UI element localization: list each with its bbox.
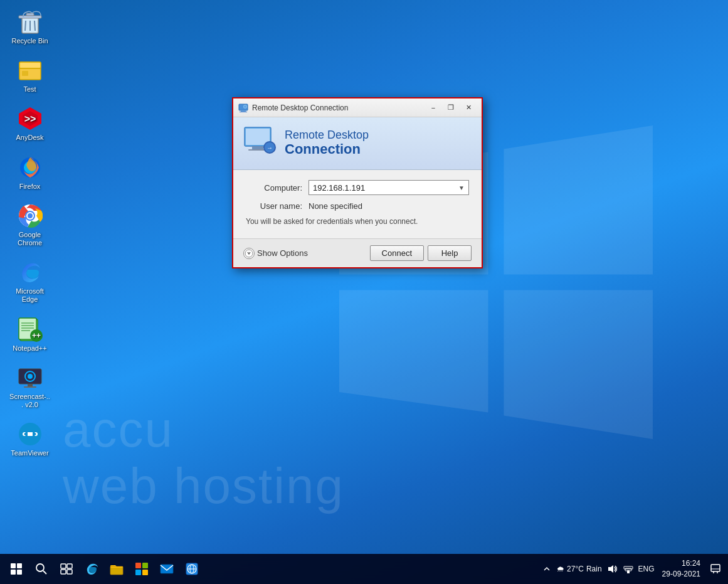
rdp-titlebar-icon bbox=[238, 103, 248, 113]
taskbar-file-explorer-button[interactable] bbox=[105, 558, 128, 580]
taskbar-task-view-button[interactable] bbox=[55, 558, 78, 580]
weather-icon: 🌧 bbox=[557, 565, 564, 573]
tray-language-button[interactable]: ENG bbox=[638, 565, 655, 573]
edge-icon bbox=[18, 260, 43, 285]
edge-label: Microsoft Edge bbox=[9, 287, 50, 304]
desktop-icon-firefox[interactable]: Firefox bbox=[6, 152, 53, 194]
svg-rect-1 bbox=[19, 16, 41, 18]
rdp-body: Computer: 192.168.1.191 ▼ User name: Non… bbox=[233, 170, 482, 238]
screencast-label: Screencast-... v2.0 bbox=[9, 393, 50, 409]
rdp-titlebar[interactable]: Remote Desktop Connection − ❐ ✕ bbox=[233, 98, 482, 117]
svg-rect-30 bbox=[28, 384, 33, 386]
taskbar: 🌧 27°C Rain ENG bbox=[0, 554, 728, 584]
tray-network-icon[interactable] bbox=[622, 563, 635, 575]
rdp-restore-button[interactable]: ❐ bbox=[443, 102, 459, 114]
svg-point-49 bbox=[36, 564, 44, 571]
svg-rect-54 bbox=[67, 570, 72, 574]
username-value: None specified bbox=[309, 201, 362, 211]
anydesk-icon: >> bbox=[18, 106, 43, 131]
help-button[interactable]: Help bbox=[428, 245, 472, 261]
desktop-icon-notepadpp[interactable]: ++ Notepad++ bbox=[6, 314, 53, 356]
rdp-username-row: User name: None specified bbox=[246, 201, 469, 211]
show-options-icon bbox=[243, 248, 255, 259]
taskbar-edge-button[interactable] bbox=[80, 558, 103, 580]
system-tray: 🌧 27°C Rain ENG bbox=[541, 557, 723, 581]
start-button[interactable] bbox=[5, 558, 28, 580]
svg-line-3 bbox=[25, 21, 26, 31]
rdp-titlebar-title: Remote Desktop Connection bbox=[252, 104, 425, 112]
show-options-label: Show Options bbox=[257, 248, 308, 258]
svg-point-40 bbox=[244, 105, 246, 108]
svg-rect-60 bbox=[142, 570, 148, 575]
weather-temp: 27°C bbox=[567, 565, 584, 573]
taskbar-network-button[interactable] bbox=[181, 558, 203, 580]
tray-volume-icon[interactable] bbox=[606, 563, 618, 575]
firefox-label: Firefox bbox=[19, 183, 41, 191]
rdp-header: → Remote Desktop Connection bbox=[233, 117, 482, 170]
windows-logo-icon bbox=[11, 563, 22, 575]
svg-rect-70 bbox=[711, 565, 720, 571]
rdp-footer: Show Options Connect Help bbox=[233, 238, 482, 267]
rdp-header-line1: Remote Desktop bbox=[285, 129, 369, 142]
desktop-icon-teamviewer[interactable]: TeamViewer bbox=[6, 418, 53, 460]
svg-point-29 bbox=[28, 374, 33, 379]
desktop-icon-anydesk[interactable]: >> AnyDesk bbox=[6, 103, 53, 145]
desktop-icons-container: Recycle Bin Test >> bbox=[6, 6, 53, 460]
screencast-icon bbox=[18, 365, 43, 390]
computer-value: 192.168.1.191 bbox=[313, 183, 365, 193]
chrome-icon bbox=[18, 203, 43, 228]
dropdown-arrow-icon: ▼ bbox=[458, 184, 465, 191]
desktop-icon-recycle-bin[interactable]: Recycle Bin bbox=[6, 6, 53, 48]
rdp-titlebar-buttons: − ❐ ✕ bbox=[425, 102, 477, 114]
tray-clock[interactable]: 16:24 29-09-2021 bbox=[658, 557, 704, 581]
tray-weather[interactable]: 🌧 27°C Rain bbox=[557, 565, 602, 573]
connect-button[interactable]: Connect bbox=[370, 245, 424, 261]
taskbar-store-button[interactable] bbox=[130, 558, 153, 580]
svg-line-50 bbox=[43, 571, 46, 574]
tray-notification-button[interactable] bbox=[708, 558, 723, 580]
desktop-icon-test[interactable]: Test bbox=[6, 55, 53, 97]
svg-rect-61 bbox=[161, 565, 173, 573]
svg-rect-31 bbox=[24, 386, 36, 388]
test-icon bbox=[18, 58, 43, 83]
weather-condition: Rain bbox=[586, 565, 602, 573]
svg-text:++: ++ bbox=[31, 331, 40, 340]
taskbar-mail-button[interactable] bbox=[156, 558, 178, 580]
svg-rect-7 bbox=[19, 62, 41, 68]
desktop: accu web hosting Recycle Bin bbox=[0, 0, 728, 584]
anydesk-label: AnyDesk bbox=[16, 134, 43, 142]
svg-rect-58 bbox=[142, 563, 148, 568]
svg-rect-9 bbox=[22, 71, 28, 76]
recycle-bin-icon bbox=[18, 9, 43, 35]
svg-text:>>: >> bbox=[24, 114, 36, 124]
watermark-hosting: web hosting bbox=[63, 457, 728, 515]
svg-rect-2 bbox=[26, 13, 34, 16]
svg-rect-57 bbox=[135, 563, 141, 568]
desktop-icon-microsoft-edge[interactable]: Microsoft Edge bbox=[6, 257, 53, 307]
rdp-dialog: Remote Desktop Connection − ❐ ✕ → bbox=[232, 97, 483, 268]
computer-dropdown[interactable]: 192.168.1.191 ▼ bbox=[309, 180, 469, 195]
rdp-computer-row: Computer: 192.168.1.191 ▼ bbox=[246, 180, 469, 195]
rdp-action-buttons: Connect Help bbox=[370, 245, 472, 261]
rdp-header-line2: Connection bbox=[285, 141, 369, 157]
test-label: Test bbox=[23, 85, 36, 93]
svg-rect-53 bbox=[61, 570, 66, 574]
rdp-credentials-note: You will be asked for credentials when y… bbox=[246, 217, 469, 226]
rdp-minimize-button[interactable]: − bbox=[425, 102, 441, 114]
firefox-icon bbox=[18, 155, 43, 180]
show-options-button[interactable]: Show Options bbox=[243, 248, 370, 259]
computer-label: Computer: bbox=[246, 183, 302, 193]
rdp-header-text: Remote Desktop Connection bbox=[285, 129, 369, 158]
notepadpp-icon: ++ bbox=[18, 317, 43, 342]
desktop-icon-google-chrome[interactable]: Google Chrome bbox=[6, 200, 53, 250]
svg-marker-66 bbox=[608, 565, 613, 573]
rdp-close-button[interactable]: ✕ bbox=[460, 102, 477, 114]
desktop-icon-screencast[interactable]: Screencast-... v2.0 bbox=[6, 362, 53, 412]
teamviewer-label: TeamViewer bbox=[11, 449, 48, 457]
notepadpp-label: Notepad++ bbox=[13, 344, 46, 353]
recycle-bin-label: Recycle Bin bbox=[11, 37, 48, 45]
tray-expand-button[interactable] bbox=[541, 563, 553, 575]
svg-rect-43 bbox=[252, 146, 263, 149]
svg-text:→: → bbox=[266, 144, 273, 151]
taskbar-search-button[interactable] bbox=[30, 558, 53, 580]
